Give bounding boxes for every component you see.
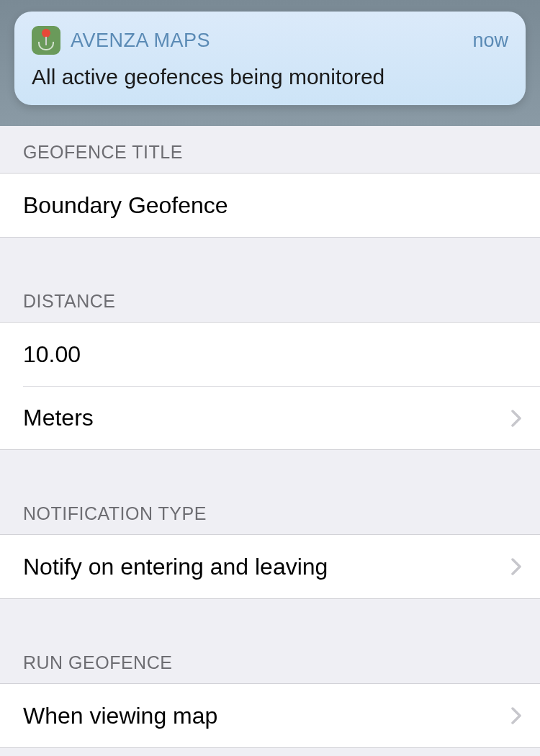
geofence-title-value: Boundary Geofence (23, 192, 228, 219)
distance-value-row[interactable]: 10.00 (0, 323, 540, 386)
notification-app-info: AVENZA MAPS (32, 26, 210, 55)
chevron-right-icon (511, 408, 523, 428)
chevron-right-icon (511, 706, 523, 726)
geofence-title-input-row[interactable]: Boundary Geofence (0, 174, 540, 237)
distance-unit: Meters (23, 405, 94, 431)
notification-app-name: AVENZA MAPS (71, 30, 210, 52)
run-geofence-value: When viewing map (23, 703, 217, 729)
geofence-title-group: Boundary Geofence (0, 173, 540, 238)
notification-message: All active geofences being monitored (32, 65, 508, 89)
notification-type-row[interactable]: Notify on entering and leaving (0, 535, 540, 598)
notification-type-group: Notify on entering and leaving (0, 534, 540, 599)
distance-value: 10.00 (23, 341, 81, 368)
section-header-geofence-title: GEOFENCE TITLE (0, 126, 540, 173)
distance-unit-row[interactable]: Meters (23, 386, 540, 449)
notification-type-value: Notify on entering and leaving (23, 554, 328, 580)
avenza-maps-app-icon (32, 26, 60, 55)
distance-group: 10.00 Meters (0, 322, 540, 450)
notification-header: AVENZA MAPS now (32, 26, 508, 55)
notification-banner[interactable]: AVENZA MAPS now All active geofences bei… (14, 12, 526, 105)
run-geofence-group: When viewing map (0, 683, 540, 748)
section-header-run-geofence: RUN GEOFENCE (0, 639, 540, 683)
notification-time: now (472, 30, 508, 52)
chevron-right-icon (511, 557, 523, 577)
run-geofence-row[interactable]: When viewing map (0, 684, 540, 747)
section-header-distance: DISTANCE (0, 278, 540, 322)
map-pin-icon (42, 29, 50, 45)
section-header-notification-type: NOTIFICATION TYPE (0, 490, 540, 534)
